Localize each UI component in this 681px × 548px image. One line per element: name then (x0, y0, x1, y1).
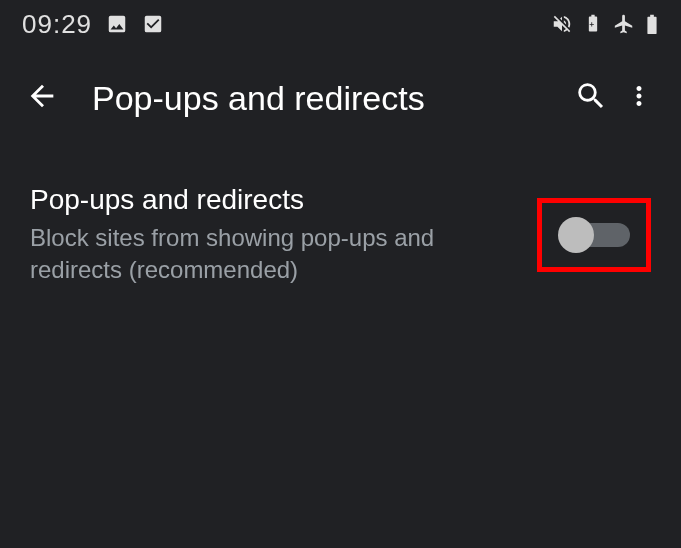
checkbox-icon (142, 13, 164, 35)
status-right (551, 13, 659, 35)
arrow-back-icon (25, 79, 59, 117)
setting-subtitle: Block sites from showing pop-ups and red… (30, 222, 490, 287)
app-bar: Pop-ups and redirects (0, 62, 681, 134)
search-icon (574, 79, 608, 117)
toggle-thumb (558, 217, 594, 253)
status-left: 09:29 (22, 9, 164, 40)
more-vert-icon (624, 81, 654, 115)
setting-row-popups[interactable]: Pop-ups and redirects Block sites from s… (30, 184, 651, 287)
popups-toggle[interactable] (558, 217, 630, 253)
battery-icon (645, 13, 659, 35)
image-icon (106, 13, 128, 35)
vibrate-off-icon (551, 13, 573, 35)
setting-text: Pop-ups and redirects Block sites from s… (30, 184, 537, 287)
status-clock: 09:29 (22, 9, 92, 40)
page-title: Pop-ups and redirects (92, 79, 567, 118)
back-button[interactable] (18, 74, 66, 122)
more-button[interactable] (615, 74, 663, 122)
status-bar: 09:29 (0, 0, 681, 48)
setting-title: Pop-ups and redirects (30, 184, 513, 216)
highlight-box (537, 198, 651, 272)
airplane-icon (613, 13, 635, 35)
content: Pop-ups and redirects Block sites from s… (0, 134, 681, 287)
search-button[interactable] (567, 74, 615, 122)
battery-saver-icon (583, 13, 603, 35)
